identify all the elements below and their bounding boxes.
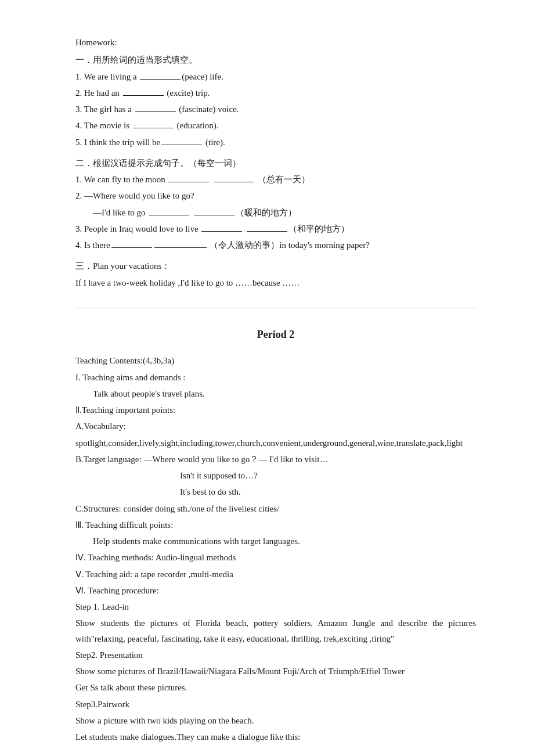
blank-8 — [149, 215, 189, 215]
blank-11 — [247, 231, 287, 232]
target-heading: B.Target language: —Where would you like… — [75, 452, 476, 467]
section-2: 二．根据汉语提示完成句子。（每空一词） 1. We can fly to the… — [75, 156, 476, 253]
period-2-section: Period 2 Teaching Contents:(4,3b,3a) I. … — [75, 326, 476, 745]
vocab-words: spotlight,consider,lively,sight,includin… — [75, 435, 476, 451]
section-1-heading: 一．用所给词的适当形式填空。 — [75, 52, 476, 67]
procedure-heading: Ⅵ. Teaching procedure: — [75, 583, 476, 598]
step2-heading: Step2. Presentation — [75, 647, 476, 663]
homework-section: Homework: 一．用所给词的适当形式填空。 1. We are livin… — [75, 35, 476, 290]
s1-item-2: 2. He had an (excite) trip. — [75, 85, 476, 100]
methods-heading: Ⅳ. Teaching methods: Audio-lingual metho… — [75, 550, 476, 565]
period-title: Period 2 — [75, 326, 476, 344]
difficult-body: Help students make communications with t… — [75, 534, 476, 549]
s2-item-2a: 2. —Where would you like to go? — [75, 188, 476, 203]
target-line2: Isn't it supposed to…? — [75, 468, 476, 483]
step2-body: Show some pictures of Brazil/Hawaii/Niag… — [75, 664, 476, 679]
difficult-heading: Ⅲ. Teaching difficult points: — [75, 517, 476, 532]
s1-item-3: 3. The girl has a (fascinate) voice. — [75, 102, 476, 117]
section-divider — [75, 308, 476, 308]
step1-body: Show students the pictures of Florida be… — [75, 615, 476, 646]
section-3: 三．Plan your vacations： If I have a two-w… — [75, 258, 476, 290]
step3-body: Show a picture with two kids playing on … — [75, 713, 476, 728]
blank-2 — [123, 95, 164, 96]
blank-1 — [140, 79, 181, 80]
blank-12 — [111, 247, 152, 248]
structures-heading: C.Structures: consider doing sth./one of… — [75, 501, 476, 516]
step2-body2: Get Ss talk about these pictures. — [75, 680, 476, 695]
s2-item-1: 1. We can fly to the moon （总有一天） — [75, 172, 476, 187]
step3-heading: Step3.Pairwork — [75, 697, 476, 712]
s1-item-5: 5. I think the trip will be (tire). — [75, 135, 476, 150]
step3-body2: Let students make dialogues.They can mak… — [75, 729, 476, 744]
homework-title: Homework: — [75, 35, 476, 50]
blank-5 — [161, 145, 202, 145]
blank-6 — [168, 182, 209, 182]
aims-heading: I. Teaching aims and demands : — [75, 370, 476, 385]
teaching-contents: Teaching Contents:(4,3b,3a) — [75, 353, 476, 368]
blank-4 — [133, 128, 174, 128]
section-1: 一．用所给词的适当形式填空。 1. We are living a (peace… — [75, 52, 476, 150]
aims-body: Talk about people's travel plans. — [75, 386, 476, 401]
blank-13 — [154, 247, 207, 248]
target-line3: It's best to do sth. — [75, 484, 476, 499]
vocab-heading: A.Vocabulary: — [75, 419, 476, 434]
step1-heading: Step 1. Lead-in — [75, 599, 476, 614]
s2-item-3: 3. People in Iraq would love to live （和平… — [75, 221, 476, 236]
section-3-heading: 三．Plan your vacations： — [75, 258, 476, 273]
blank-9 — [194, 215, 234, 215]
blank-10 — [201, 231, 242, 232]
section-3-body: If I have a two-week holiday ,I'd like t… — [75, 275, 476, 290]
s1-item-4: 4. The movie is (education). — [75, 118, 476, 133]
blank-7 — [214, 182, 254, 182]
s2-item-4: 4. Is there （令人激动的事）in today's morning p… — [75, 237, 476, 253]
important-heading: Ⅱ.Teaching important points: — [75, 402, 476, 417]
section-2-heading: 二．根据汉语提示完成句子。（每空一词） — [75, 156, 476, 171]
aid-heading: Ⅴ. Teaching aid: a tape recorder ,multi-… — [75, 567, 476, 582]
blank-3 — [135, 111, 176, 112]
s2-item-2b: —I'd like to go （暖和的地方） — [75, 205, 476, 220]
s1-item-1: 1. We are living a (peace) life. — [75, 69, 476, 84]
